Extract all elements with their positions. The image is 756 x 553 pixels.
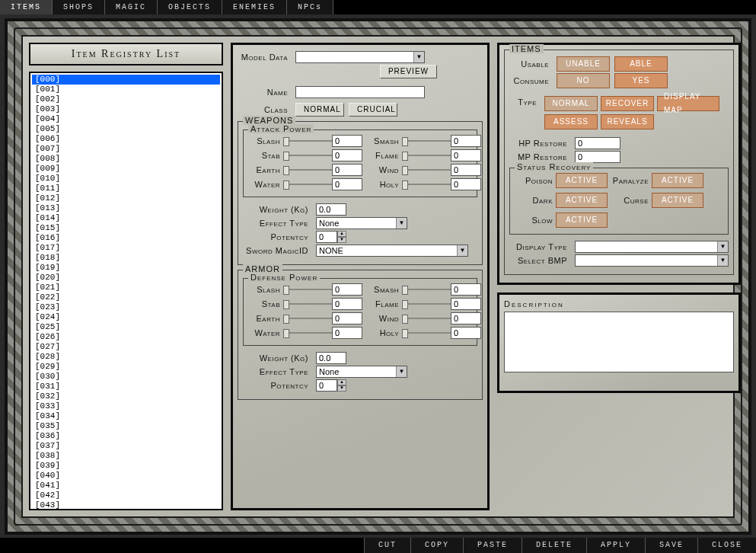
a-wind-value[interactable]: 0 (451, 312, 481, 324)
registry-row[interactable]: [020] (32, 273, 220, 283)
w-slash-value[interactable]: 0 (332, 135, 362, 147)
w-holy-slider[interactable] (402, 180, 451, 189)
sr-poison-button[interactable]: ACTIVE (556, 173, 608, 188)
usable-unable-button[interactable]: UNABLE (557, 56, 610, 72)
a-holy-value[interactable]: 0 (451, 327, 481, 339)
save-button[interactable]: SAVE (645, 538, 697, 553)
tab-magic[interactable]: MAGIC (105, 0, 158, 14)
w-water-value[interactable]: 0 (332, 178, 362, 190)
a-flame-slider[interactable] (402, 299, 451, 308)
registry-row[interactable]: [024] (32, 312, 220, 322)
registry-row[interactable]: [015] (32, 223, 220, 233)
registry-row[interactable]: [016] (32, 233, 220, 243)
registry-row[interactable]: [018] (32, 253, 220, 263)
type-reveals-button[interactable]: REVEALS (601, 114, 654, 129)
a-holy-slider[interactable] (402, 328, 451, 337)
consume-yes-button[interactable]: YES (614, 73, 668, 88)
class-crucial-button[interactable]: CRUCIAL (349, 103, 397, 117)
w-potency-value[interactable]: 0 (316, 231, 337, 243)
a-slash-value[interactable]: 0 (332, 283, 362, 296)
registry-row[interactable]: [013] (32, 203, 220, 213)
w-stab-value[interactable]: 0 (332, 149, 362, 161)
close-button[interactable]: CLOSE (697, 538, 756, 553)
a-smash-value[interactable]: 0 (451, 283, 481, 296)
registry-row[interactable]: [033] (32, 401, 220, 411)
consume-no-button[interactable]: NO (557, 73, 610, 88)
registry-row[interactable]: [041] (32, 481, 220, 491)
registry-row[interactable]: [030] (32, 372, 220, 382)
registry-row[interactable]: [023] (32, 302, 220, 312)
registry-row[interactable]: [009] (32, 164, 220, 174)
registry-row[interactable]: [022] (32, 292, 220, 302)
tab-items[interactable]: ITEMS (0, 0, 53, 14)
w-flame-value[interactable]: 0 (451, 149, 481, 161)
a-stab-value[interactable]: 0 (332, 298, 362, 310)
w-wind-value[interactable]: 0 (451, 164, 481, 176)
class-normal-button[interactable]: NORMAL (295, 103, 344, 117)
registry-row[interactable]: [007] (32, 144, 220, 154)
sr-curse-button[interactable]: ACTIVE (652, 193, 703, 208)
w-stab-slider[interactable] (283, 151, 332, 160)
registry-row[interactable]: [043] (32, 500, 220, 510)
registry-row[interactable]: [038] (32, 451, 220, 461)
type-assess-button[interactable]: ASSESS (544, 114, 598, 129)
model-data-dropdown[interactable]: ▼ (295, 51, 425, 63)
registry-row[interactable]: [036] (32, 431, 220, 441)
registry-row[interactable]: [040] (32, 471, 220, 481)
registry-row[interactable]: [029] (32, 362, 220, 372)
registry-row[interactable]: [000] (32, 75, 220, 85)
registry-row[interactable]: [017] (32, 243, 220, 253)
w-potency-spinner[interactable]: 0 ▲▼ (316, 231, 346, 243)
registry-row[interactable]: [005] (32, 124, 220, 134)
a-potency-value[interactable]: 0 (316, 379, 337, 392)
a-earth-value[interactable]: 0 (332, 312, 362, 324)
preview-button[interactable]: PREVIEW (380, 65, 437, 78)
w-water-slider[interactable] (283, 180, 332, 189)
registry-row[interactable]: [012] (32, 193, 220, 203)
a-stab-slider[interactable] (283, 299, 332, 308)
w-flame-slider[interactable] (402, 151, 451, 160)
registry-row[interactable]: [002] (32, 94, 220, 104)
apply-button[interactable]: APPLY (586, 538, 645, 553)
registry-row[interactable]: [026] (32, 332, 220, 342)
a-smash-slider[interactable] (402, 285, 451, 294)
a-weight-input[interactable]: 0.0 (316, 352, 346, 364)
sr-slow-button[interactable]: ACTIVE (556, 213, 608, 228)
hp-restore-input[interactable]: 0 (575, 137, 620, 149)
registry-row[interactable]: [032] (32, 392, 220, 401)
registry-row[interactable]: [034] (32, 411, 220, 421)
caret-up-icon[interactable]: ▲ (337, 231, 346, 237)
registry-row[interactable]: [031] (32, 382, 220, 392)
name-input[interactable] (295, 86, 425, 98)
registry-row[interactable]: [008] (32, 154, 220, 164)
registry-row[interactable]: [037] (32, 441, 220, 451)
a-potency-spinner[interactable]: 0 ▲▼ (316, 379, 346, 392)
sr-dark-button[interactable]: ACTIVE (556, 193, 608, 208)
w-holy-value[interactable]: 0 (451, 178, 481, 190)
a-slash-slider[interactable] (283, 285, 332, 294)
w-weight-input[interactable]: 0.0 (316, 203, 346, 216)
display-type-dropdown[interactable]: ▼ (575, 241, 729, 253)
w-smash-value[interactable]: 0 (451, 135, 481, 147)
registry-list[interactable]: [000][001][002][003][004][005][006][007]… (29, 72, 223, 510)
w-earth-value[interactable]: 0 (332, 164, 362, 176)
registry-row[interactable]: [011] (32, 184, 220, 193)
registry-row[interactable]: [027] (32, 342, 220, 352)
sr-paralyze-button[interactable]: ACTIVE (652, 173, 703, 188)
registry-row[interactable]: [014] (32, 213, 220, 223)
delete-button[interactable]: DELETE (522, 538, 586, 553)
type-displaymap-button[interactable]: DISPLAY MAP (657, 96, 719, 111)
registry-row[interactable]: [025] (32, 322, 220, 332)
description-textarea[interactable] (504, 312, 734, 372)
registry-row[interactable]: [001] (32, 85, 220, 94)
registry-row[interactable]: [019] (32, 263, 220, 273)
registry-row[interactable]: [021] (32, 283, 220, 292)
a-wind-slider[interactable] (402, 314, 451, 323)
w-slash-slider[interactable] (283, 136, 332, 145)
registry-row[interactable]: [003] (32, 104, 220, 114)
registry-row[interactable]: [006] (32, 134, 220, 144)
a-effect-dropdown[interactable]: None ▼ (316, 366, 407, 378)
tab-npcs[interactable]: NPCs (287, 0, 333, 14)
registry-row[interactable]: [004] (32, 114, 220, 124)
registry-row[interactable]: [035] (32, 421, 220, 431)
